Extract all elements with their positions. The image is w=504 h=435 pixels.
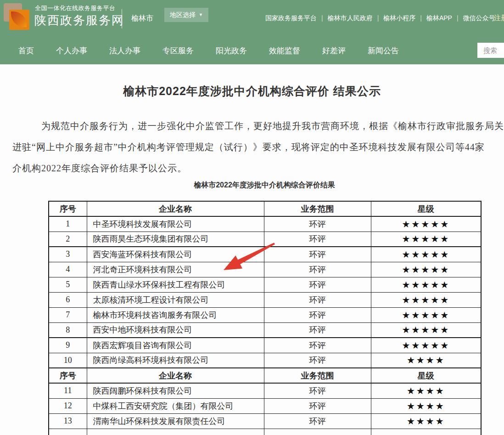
cell-scope: 环评	[264, 292, 371, 307]
nav-item[interactable]: 首页	[18, 45, 34, 56]
table-row: 4河北奇正环境科技有限公司环评★★★★★	[49, 262, 481, 277]
table-caption: 榆林市2022年度涉批中介机构综合评价结果	[48, 180, 481, 190]
cell-scope: 环评	[264, 307, 371, 322]
cell-scope: 环评	[264, 247, 371, 262]
cell-scope: 环评	[264, 398, 371, 413]
paragraph-line: 为规范中介服务行为，进一步强化中介监管工作，更好地提升我市营商环境，根据《榆林市…	[12, 115, 504, 136]
nav-item[interactable]: 个人办事	[56, 45, 87, 56]
top-link[interactable]: 微信公众号	[463, 14, 495, 22]
table-row: 3西安海蓝环保科技有限公司环评★★★★★	[49, 247, 481, 262]
nav-item[interactable]: 法人办事	[109, 45, 140, 56]
column-header: 序号	[49, 201, 87, 216]
cell-no: 3	[49, 247, 87, 262]
cell-no: 6	[49, 292, 87, 307]
column-header: 企业名称	[87, 368, 264, 383]
top-link[interactable]: 国家政务服务平台	[265, 14, 317, 22]
cell-stars: ★★★★	[371, 353, 481, 368]
chevron-down-icon: ▼	[199, 13, 203, 17]
cell-no: 9	[49, 338, 87, 353]
cell-no: 11	[49, 383, 87, 398]
announcement-paragraph: 为规范中介服务行为，进一步强化中介监管工作，更好地提升我市营商环境，根据《榆林市…	[0, 115, 504, 179]
cell-name: 陕西雨昊生态环境集团有限公司	[87, 232, 264, 247]
table-row	[49, 429, 481, 435]
cell-name: 陕西宏辉项目咨询有限公司	[87, 338, 264, 353]
cell-stars: ★★★★★	[371, 247, 481, 262]
top-link[interactable]: 榆林小程序	[383, 14, 415, 22]
cell-name: 中煤科工西安研究院（集团）有限公司	[87, 398, 264, 413]
cell-stars: ★★★★★	[371, 322, 481, 338]
cell-stars: ★★★★★	[371, 277, 481, 292]
cell-no: 2	[49, 232, 87, 247]
nav-item[interactable]: 新闻公告	[368, 45, 399, 56]
cell-no: 1	[49, 216, 87, 232]
cell-name: 榆林市环境科技咨询服务有限公司	[87, 307, 264, 322]
link-separator: |	[377, 14, 379, 22]
cell-scope: 环评	[264, 216, 371, 232]
table-row: 2陕西雨昊生态环境集团有限公司环评★★★★★	[49, 232, 481, 247]
cell-scope: 环评	[264, 262, 371, 277]
top-link[interactable]: 榆林市人民政府	[328, 14, 373, 22]
cell-no: 7	[49, 307, 87, 322]
table-row: 13渭南华山环保科技发展有限责任公司环评★★★★	[49, 413, 481, 429]
table-row: 1中圣环境科技发展有限公司环评★★★★★	[49, 216, 481, 232]
cell-scope: 环评	[264, 277, 371, 292]
cell-scope: 环评	[264, 413, 371, 429]
table-row: 5陕西青山绿水环保科技工程有限公司环评★★★★★	[49, 277, 481, 292]
table-header-row: 序号企业名称业务范围星级	[49, 368, 481, 383]
table-row: 10陕西尚绿高科环境科技有限公司环评★★★★	[49, 353, 481, 368]
cell-no: 8	[49, 322, 87, 338]
cell-name: 太原核清环境工程设计有限公司	[87, 292, 264, 307]
link-separator: |	[420, 14, 422, 22]
cell-stars: ★★★★	[371, 398, 481, 413]
nav-item[interactable]: 阳光政务	[216, 45, 247, 56]
cell-no: 10	[49, 353, 87, 368]
register-link[interactable]: 注册	[494, 14, 504, 23]
cell-name: 渭南华山环保科技发展有限责任公司	[87, 413, 264, 429]
cell-no: 4	[49, 262, 87, 277]
nav-item[interactable]: 专区服务	[162, 45, 194, 56]
cell-name: 中圣环境科技发展有限公司	[87, 216, 264, 232]
region-select-button[interactable]: 地区选择 ▼	[164, 8, 208, 22]
cell-name: 河北奇正环境科技有限公司	[87, 262, 264, 277]
cell-name: 西安中地环境科技有限公司	[87, 322, 264, 338]
column-header: 业务范围	[264, 368, 371, 383]
site-name: 陕西政务服务网	[34, 12, 124, 28]
site-logo-icon[interactable]	[4, 3, 29, 29]
announcement-content: 榆林市2022年度涉批中介机构综合评价 结果公示 为规范中介服务行为，进一步强化…	[0, 84, 504, 435]
cell-name	[87, 429, 264, 435]
top-links: 国家政务服务平台|榆林市人民政府|榆林小程序|榆林APP|微信公众号	[265, 14, 495, 23]
cell-stars: ★★★★	[371, 383, 481, 398]
platform-name: 全国一体化在线政务服务平台	[35, 4, 116, 12]
cell-scope: 环评	[264, 383, 371, 398]
cell-stars: ★★★★★	[371, 292, 481, 307]
cell-scope	[264, 429, 371, 435]
cell-stars: ★★★★★	[371, 307, 481, 322]
cell-stars: ★★★★★	[371, 338, 481, 353]
cell-name: 陕西尚绿高科环境科技有限公司	[87, 353, 264, 368]
eval-table: 序号企业名称业务范围星级1中圣环境科技发展有限公司环评★★★★★2陕西雨昊生态环…	[48, 201, 482, 435]
site-header: 全国一体化在线政务服务平台 陕西政务服务网 榆林市 地区选择 ▼ 国家政务服务平…	[0, 0, 504, 37]
table-row: 9陕西宏辉项目咨询有限公司环评★★★★★	[49, 338, 481, 353]
eval-table-body: 序号企业名称业务范围星级1中圣环境科技发展有限公司环评★★★★★2陕西雨昊生态环…	[49, 201, 481, 435]
table-row: 11陕西阔鹏环保科技有限公司环评★★★★	[49, 383, 481, 398]
cell-stars: ★★★★	[371, 413, 481, 429]
column-header: 序号	[49, 368, 87, 383]
nav-item[interactable]: 好差评	[322, 45, 346, 56]
nav-item[interactable]: 效能监督	[269, 45, 300, 56]
cell-no: 5	[49, 277, 87, 292]
table-row: 6太原核清环境工程设计有限公司环评★★★★★	[49, 292, 481, 307]
top-link[interactable]: 榆林APP	[426, 14, 452, 22]
main-nav: 首页个人办事法人办事专区服务阳光政务效能监督好差评新闻公告	[0, 37, 504, 64]
cell-scope: 环评	[264, 353, 371, 368]
cell-scope: 环评	[264, 232, 371, 247]
cell-stars	[371, 429, 481, 435]
link-separator: |	[321, 14, 323, 22]
table-row: 12中煤科工西安研究院（集团）有限公司环评★★★★	[49, 398, 481, 413]
search-input[interactable]	[477, 43, 504, 58]
cell-name: 陕西阔鹏环保科技有限公司	[87, 383, 264, 398]
cell-scope: 环评	[264, 338, 371, 353]
table-header-row: 序号企业名称业务范围星级	[49, 201, 481, 216]
cell-name: 西安海蓝环保科技有限公司	[87, 247, 264, 262]
link-separator: |	[457, 14, 459, 22]
page-title: 榆林市2022年度涉批中介机构综合评价 结果公示	[0, 84, 504, 99]
